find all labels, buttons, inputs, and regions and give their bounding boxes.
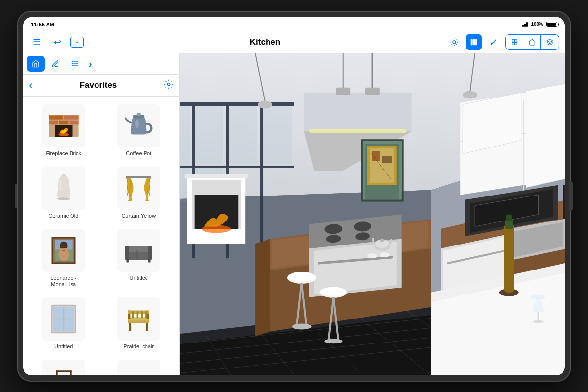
items-grid: Fireplace Brick [23,97,179,375]
bulb-button[interactable] [446,34,462,50]
toolbar-title: Kitchen [88,37,442,47]
item-thumbnail [117,297,160,341]
favorites-title: Favorites [37,80,160,90]
svg-rect-101 [195,106,223,163]
svg-point-36 [64,247,66,249]
svg-rect-120 [309,129,407,133]
list-item[interactable]: Leonardo - Mona Lisa [27,225,100,292]
favorites-header: ‹ Favorites [23,75,179,97]
list-item[interactable]: Sofa3x_amazing [102,356,176,375]
svg-rect-62 [56,371,72,373]
tab-house[interactable] [27,56,45,72]
svg-rect-20 [69,120,78,124]
ipad-screen: 11:55 AM 100% ☰ ↩ ⎘ Kitchen [23,17,565,375]
svg-rect-3 [475,39,477,45]
item-label: Prairie_chair [123,343,154,350]
svg-rect-54 [132,312,134,318]
home-button[interactable] [569,181,573,211]
svg-point-12 [72,63,72,64]
main-content: › ‹ Favorites [23,53,565,375]
svg-point-14 [168,83,170,85]
list-item[interactable]: Curtain Yellow [102,163,176,223]
list-item[interactable]: Chair_002 [27,356,100,375]
favorites-settings-button[interactable] [164,79,173,92]
svg-rect-102 [229,106,257,163]
svg-rect-17 [64,115,79,120]
list-item[interactable]: Untitled [102,225,176,292]
svg-rect-177 [506,214,512,221]
left-panel: › ‹ Favorites [23,53,180,375]
item-label: Ceramic Old [49,213,78,219]
svg-point-126 [288,271,316,281]
svg-rect-58 [129,323,131,331]
svg-rect-56 [141,312,143,318]
item-label: Coffee Pot [126,150,151,157]
item-thumbnail [42,167,85,210]
svg-rect-99 [180,165,294,168]
list-item[interactable]: Coffee Pot [102,100,176,161]
svg-rect-40 [148,246,153,259]
svg-rect-39 [125,246,129,259]
tab-list[interactable] [66,56,84,72]
svg-point-11 [72,61,72,62]
list-item[interactable]: Prairie_chair [102,294,176,354]
svg-point-129 [292,323,312,329]
item-thumbnail [42,297,85,341]
svg-point-184 [463,91,477,98]
status-bar: 11:55 AM 100% [23,17,565,32]
battery-percent: 100% [531,22,543,27]
library-button[interactable] [466,34,482,50]
view-3d-button[interactable] [541,35,559,49]
svg-rect-24 [137,113,141,115]
svg-point-0 [453,41,456,44]
menu-button[interactable]: ☰ [29,34,45,50]
item-label: Curtain Yellow [122,213,156,219]
3d-view[interactable] [180,53,565,375]
svg-rect-18 [49,120,58,124]
svg-rect-123 [336,87,350,95]
svg-rect-55 [137,312,139,318]
list-item[interactable]: Ceramic Old [27,163,100,223]
panel-more-button[interactable]: › [86,56,95,72]
svg-rect-103 [263,106,292,163]
tab-pencil[interactable] [47,56,64,72]
back-button[interactable]: ‹ [29,78,33,92]
svg-marker-150 [526,80,565,187]
list-item[interactable]: Fireplace Brick [27,100,100,161]
view-toggle-group [505,34,559,50]
battery-icon [546,22,557,27]
svg-rect-59 [146,323,148,331]
svg-point-25 [135,119,139,128]
save-button[interactable]: ⎘ [70,37,84,48]
svg-point-35 [62,247,63,249]
item-thumbnail [42,104,85,147]
toolbar: ☰ ↩ ⎘ Kitchen [23,32,565,53]
side-button [15,184,17,208]
item-thumbnail [117,104,160,147]
item-thumbnail [42,360,85,375]
svg-point-138 [368,253,377,258]
svg-point-13 [72,65,72,66]
svg-rect-4 [512,40,514,42]
item-thumbnail [117,229,160,272]
status-time: 11:55 AM [31,22,54,27]
svg-point-182 [258,100,272,108]
view-2d-button[interactable] [506,35,523,49]
item-thumbnail [117,167,160,210]
svg-marker-108 [255,239,270,336]
svg-rect-16 [49,115,63,120]
kitchen-scene-svg [180,53,565,375]
list-item[interactable]: Untitled [27,294,100,354]
view-house-button[interactable] [523,35,541,49]
panel-tabs: › [23,53,179,75]
svg-rect-7 [514,43,517,45]
svg-rect-5 [514,40,517,42]
svg-rect-27 [126,176,152,178]
svg-rect-100 [180,106,190,163]
item-label: Fireplace Brick [46,150,81,157]
item-thumbnail [42,229,85,272]
svg-rect-98 [260,102,263,258]
undo-button[interactable]: ↩ [49,34,65,50]
staircase-button[interactable] [486,34,501,50]
item-thumbnail [117,360,160,375]
